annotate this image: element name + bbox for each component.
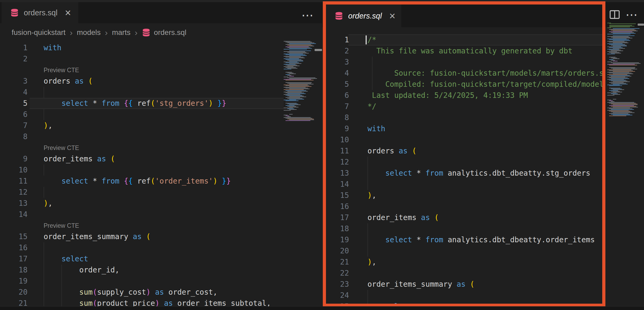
code-line[interactable]: 1/* bbox=[322, 34, 605, 45]
code-line[interactable]: 9order_items as ( bbox=[0, 153, 284, 165]
code-lens-label[interactable]: Preview CTE bbox=[44, 65, 79, 76]
scrollbar-thumb-left[interactable] bbox=[315, 49, 322, 51]
code-line[interactable]: 23order_items_summary as ( bbox=[322, 279, 605, 290]
code-line[interactable]: 6 Last updated: 5/24/2025, 4:19:33 PM bbox=[322, 90, 605, 101]
line-number: 20 bbox=[0, 287, 27, 298]
code-line[interactable]: 1with bbox=[0, 42, 284, 53]
minimap-line bbox=[284, 115, 288, 115]
line-number: 21 bbox=[322, 257, 349, 268]
code-line[interactable]: 19 bbox=[0, 276, 284, 287]
minimap-line bbox=[286, 54, 305, 55]
code-line[interactable]: 7*/ bbox=[322, 101, 605, 112]
code-line[interactable]: 16 bbox=[322, 201, 605, 212]
code-line[interactable]: 17order_items as ( bbox=[322, 212, 605, 223]
code-line[interactable]: 11orders as ( bbox=[322, 145, 605, 157]
code-lens-label[interactable]: Preview CTE bbox=[44, 142, 79, 153]
code-line[interactable]: 10 bbox=[0, 165, 284, 176]
breadcrumb-item[interactable]: fusion-quickstart bbox=[12, 28, 66, 37]
minimap-line bbox=[611, 68, 635, 69]
scrollbar-thumb-right[interactable] bbox=[638, 24, 644, 26]
more-actions-icon[interactable]: ⋯ bbox=[625, 8, 639, 21]
code-line[interactable]: 5 select * from {{ ref('stg_orders') }} bbox=[0, 98, 284, 109]
code-text: select * from analytics.dbt_dbeatty.stg_… bbox=[367, 168, 590, 179]
code-line[interactable]: 9with bbox=[322, 123, 605, 134]
code-line[interactable]: 11 select * from {{ ref('order_items') }… bbox=[0, 176, 284, 187]
minimap-line bbox=[611, 106, 636, 107]
line-number: 14 bbox=[0, 209, 27, 220]
code-line[interactable]: 4 Source: fusion-quickstart/models/marts… bbox=[322, 68, 605, 79]
code-line[interactable]: 5 Compiled: fusion-quickstart/target/com… bbox=[322, 79, 605, 90]
minimap-line bbox=[609, 105, 634, 106]
minimap-line bbox=[609, 85, 622, 86]
minimap-line bbox=[613, 28, 640, 29]
code-line[interactable]: 18 bbox=[322, 223, 605, 234]
minimap-line bbox=[284, 92, 302, 92]
indent-guide bbox=[372, 57, 372, 68]
tab-orders-sql-right[interactable]: orders.sql × bbox=[326, 4, 401, 27]
code-line[interactable]: 18 order_id, bbox=[0, 265, 284, 276]
code-line[interactable]: 14 bbox=[322, 179, 605, 190]
code-lens-label[interactable]: Preview CTE bbox=[44, 220, 79, 231]
tab-orders-sql-left[interactable]: orders.sql × bbox=[2, 2, 78, 23]
code-line[interactable]: 20 sum(supply_cost) as order_cost, bbox=[0, 287, 284, 298]
code-line[interactable]: 13 select * from analytics.dbt_dbeatty.s… bbox=[322, 168, 605, 179]
code-text: with bbox=[367, 123, 385, 134]
minimap-line bbox=[607, 108, 630, 108]
code-line[interactable]: 22 bbox=[322, 268, 605, 279]
minimap-line bbox=[287, 93, 306, 94]
breadcrumb-item[interactable]: marts bbox=[112, 28, 130, 37]
code-text: Source: fusion-quickstart/models/marts/o… bbox=[367, 68, 605, 79]
minimap-line bbox=[287, 96, 304, 96]
code-text: order_items as ( bbox=[367, 212, 439, 223]
code-line[interactable]: 8 bbox=[0, 131, 284, 142]
code-line[interactable]: 15order_items_summary as ( bbox=[0, 231, 284, 242]
code-line[interactable]: 7), bbox=[0, 120, 284, 131]
minimap-line bbox=[284, 58, 299, 59]
code-line[interactable]: 12 bbox=[322, 157, 605, 168]
minimap-line bbox=[609, 101, 613, 101]
split-editor-icon[interactable] bbox=[609, 9, 620, 20]
minimap-line bbox=[609, 39, 629, 40]
minimap-left[interactable] bbox=[284, 38, 315, 121]
code-text: */ bbox=[367, 101, 376, 112]
code-lens[interactable]: Preview CTE bbox=[0, 220, 284, 231]
code-line[interactable]: 6 bbox=[0, 109, 284, 120]
more-actions-icon[interactable]: ⋯ bbox=[301, 9, 315, 21]
breadcrumb-item[interactable]: models bbox=[77, 28, 101, 37]
code-line[interactable]: 13), bbox=[0, 198, 284, 209]
tab-bar-right: orders.sql × ⋯ bbox=[322, 2, 644, 27]
code-line[interactable]: 8 bbox=[322, 112, 605, 123]
code-line[interactable]: 3orders as ( bbox=[0, 76, 284, 87]
code-line[interactable]: 19 select * from analytics.dbt_dbeatty.o… bbox=[322, 234, 605, 245]
minimap-line bbox=[607, 43, 623, 44]
code-line[interactable]: 17 select bbox=[0, 253, 284, 265]
minimap-line bbox=[284, 117, 311, 118]
code-line[interactable]: 16 bbox=[0, 242, 284, 253]
close-icon[interactable]: × bbox=[65, 7, 71, 18]
minimap-line bbox=[607, 36, 629, 37]
code-line[interactable]: 14 bbox=[0, 209, 284, 220]
code-lens[interactable]: Preview CTE bbox=[0, 142, 284, 153]
minimap-line bbox=[289, 51, 311, 51]
code-line[interactable]: 3 bbox=[322, 57, 605, 68]
minimap-line bbox=[289, 58, 305, 58]
code-line[interactable]: 2 This file was automatically generated … bbox=[322, 45, 605, 57]
code-line[interactable]: 2 bbox=[0, 53, 284, 65]
code-lens[interactable]: Preview CTE bbox=[0, 65, 284, 76]
minimap-line bbox=[607, 74, 627, 75]
minimap-line bbox=[611, 58, 617, 58]
breadcrumb-file[interactable]: orders.sql bbox=[142, 28, 186, 37]
minimap-line bbox=[289, 89, 310, 89]
code-line[interactable]: 24 bbox=[322, 290, 605, 301]
minimap-line bbox=[289, 53, 309, 53]
minimap-right[interactable] bbox=[607, 23, 638, 116]
close-icon[interactable]: × bbox=[389, 11, 395, 21]
minimap-line bbox=[289, 55, 307, 56]
code-line[interactable]: 15), bbox=[322, 190, 605, 201]
minimap-line bbox=[613, 94, 620, 95]
code-line[interactable]: 21), bbox=[322, 257, 605, 268]
code-line[interactable]: 12 bbox=[0, 187, 284, 198]
code-line[interactable]: 20 bbox=[322, 245, 605, 257]
code-line[interactable]: 10 bbox=[322, 134, 605, 145]
code-line[interactable]: 4 bbox=[0, 87, 284, 98]
